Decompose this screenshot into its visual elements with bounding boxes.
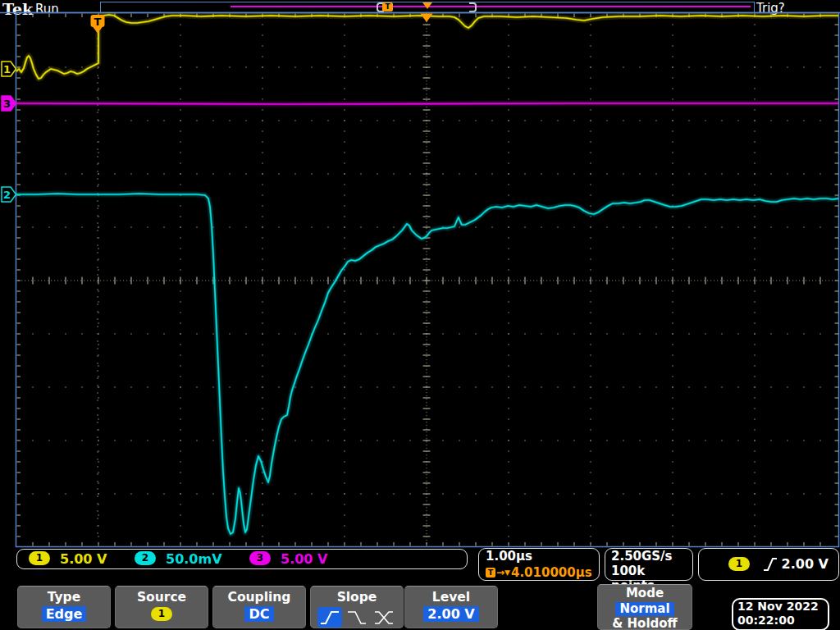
menu-coupling-button[interactable]: Coupling DC bbox=[212, 586, 306, 628]
menu-mode-suffix: & Holdoff bbox=[598, 616, 692, 630]
ch1-trace bbox=[16, 15, 838, 79]
ch2-scale-value: 50.0mV bbox=[166, 551, 222, 567]
menu-mode-value: Normal bbox=[615, 602, 673, 616]
trigger-level-value: 2.00 V bbox=[782, 556, 829, 572]
falling-slope-icon bbox=[345, 609, 368, 627]
preview-ch3-trace bbox=[231, 6, 751, 7]
ch3-trace bbox=[16, 103, 838, 104]
channel-scale-readout: 1 5.00 V 2 50.0mV 3 5.00 V bbox=[16, 549, 468, 569]
window-bracket-right[interactable] bbox=[469, 2, 477, 12]
rising-slope-icon bbox=[318, 609, 341, 627]
delay-readout: T→▼4.010000µs bbox=[486, 565, 592, 580]
rising-edge-icon bbox=[763, 556, 778, 573]
menu-coupling-title: Coupling bbox=[213, 590, 305, 605]
datetime-box: 12 Nov 2022 00:22:00 bbox=[732, 598, 829, 630]
ch3-trace bbox=[16, 103, 838, 104]
ch1-scale-value: 5.00 V bbox=[60, 551, 107, 567]
ch1-position-marker[interactable] bbox=[2, 62, 16, 76]
either-slope-icon bbox=[372, 609, 395, 627]
ch2-trace bbox=[16, 194, 838, 534]
slope-rising-option[interactable] bbox=[317, 607, 342, 628]
ch2-badge: 2 bbox=[135, 551, 156, 565]
acquisition-status: Run bbox=[35, 2, 59, 16]
ch3-position-marker[interactable] bbox=[2, 96, 16, 111]
record-preview-strip: T bbox=[100, 2, 755, 13]
menu-source-title: Source bbox=[116, 590, 208, 605]
graticule-frame bbox=[16, 13, 839, 547]
preview-trigger-t-icon[interactable]: T bbox=[382, 2, 393, 11]
menu-type-button[interactable]: Type Edge bbox=[17, 586, 111, 628]
sample-rate-value: 2.50GS/s bbox=[605, 549, 692, 564]
ch3-badge: 3 bbox=[249, 551, 271, 565]
time-value: 00:22:00 bbox=[737, 614, 828, 628]
svg-text:1: 1 bbox=[3, 63, 11, 75]
delay-value: 4.010000µs bbox=[511, 565, 592, 580]
svg-text:T: T bbox=[94, 16, 102, 28]
menu-level-button[interactable]: Level 2.00 V bbox=[404, 586, 498, 628]
oscilloscope-screen: Tek Run Trig? T T132 1 5.00 V 2 50.0mV 3… bbox=[0, 0, 840, 630]
menu-mode-button[interactable]: Mode Normal & Holdoff bbox=[597, 584, 692, 630]
menu-type-value: Edge bbox=[42, 606, 87, 622]
menu-level-value: 2.00 V bbox=[423, 606, 478, 622]
horizontal-readout: 1.00µs T→▼4.010000µs bbox=[478, 548, 600, 581]
slope-falling-option[interactable] bbox=[345, 607, 369, 628]
date-value: 12 Nov 2022 bbox=[737, 600, 828, 614]
menu-coupling-value: DC bbox=[244, 606, 273, 622]
svg-text:3: 3 bbox=[3, 98, 11, 110]
ch2-trace bbox=[16, 194, 838, 534]
trigger-t-marker[interactable] bbox=[91, 15, 105, 27]
svg-text:2: 2 bbox=[3, 189, 11, 201]
ch2-position-marker[interactable] bbox=[2, 187, 16, 202]
ch1-trace bbox=[16, 15, 838, 79]
menu-slope-title: Slope bbox=[311, 590, 403, 605]
trigger-readout: 1 2.00 V bbox=[698, 548, 839, 581]
menu-source-button[interactable]: Source 1 bbox=[115, 586, 208, 628]
triangle-down-icon: ▼ bbox=[504, 568, 510, 577]
tek-logo: Tek bbox=[2, 0, 33, 18]
menu-type-title: Type bbox=[18, 590, 110, 605]
acquisition-readout: 2.50GS/s 100k points bbox=[605, 548, 693, 581]
trigger-status: Trig? bbox=[756, 1, 785, 16]
preview-expansion-triangle-icon bbox=[422, 2, 432, 9]
trigger-t-icon: T bbox=[486, 568, 495, 578]
menu-mode-title: Mode bbox=[598, 586, 692, 600]
ch1-badge: 1 bbox=[29, 551, 50, 565]
ch3-scale-value: 5.00 V bbox=[281, 551, 327, 567]
expansion-triangle-marker bbox=[421, 14, 433, 23]
ch3-trace bbox=[16, 103, 838, 104]
menu-source-value-badge: 1 bbox=[151, 607, 172, 621]
ch1-trace bbox=[16, 15, 838, 79]
graticule-and-waveforms: T132 bbox=[0, 0, 840, 630]
arrow-right-icon: → bbox=[496, 568, 504, 578]
slope-either-option[interactable] bbox=[372, 607, 396, 628]
trigger-source-badge: 1 bbox=[728, 557, 750, 571]
menu-level-title: Level bbox=[405, 590, 497, 605]
menu-slope-button[interactable]: Slope bbox=[310, 586, 404, 628]
timebase-value: 1.00µs bbox=[479, 549, 599, 564]
ch2-trace bbox=[16, 194, 838, 534]
